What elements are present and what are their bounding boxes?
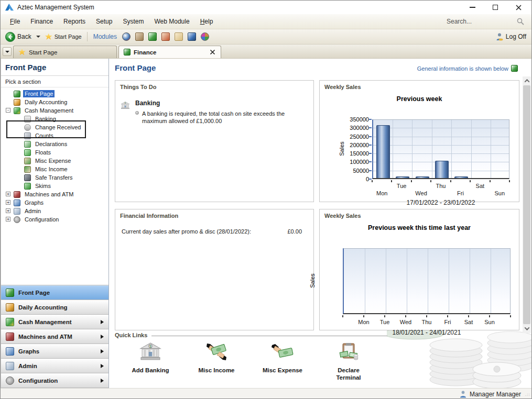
chart-body: Previous week this time last year MonTue… <box>320 221 519 330</box>
nav-button-cash-management[interactable]: Cash Management <box>1 315 108 329</box>
quick-link-misc-expense[interactable]: Misc Expense <box>251 342 314 382</box>
expand-icon[interactable]: + <box>6 200 10 205</box>
gear-icon <box>14 216 20 223</box>
menu-item-web-module[interactable]: Web Module <box>149 15 194 28</box>
tree-item-change-received[interactable]: Change Received <box>1 123 108 131</box>
tree-item-safe-transfers[interactable]: Safe Transfers <box>1 173 108 182</box>
x-tick-label: Wed <box>411 190 432 196</box>
tree-item-daily-accounting[interactable]: Daily Accounting <box>1 98 108 106</box>
x-tick-label: Mon <box>372 190 393 196</box>
nav-button-label: Front Page <box>18 290 50 296</box>
tree-item-graphs[interactable]: +Graphs <box>1 198 108 207</box>
menu-item-finance[interactable]: Finance <box>25 15 58 28</box>
close-icon[interactable] <box>515 4 522 10</box>
financial-info-label: Current day sales after promo & disc (28… <box>122 228 251 235</box>
panel-header: Things To Do <box>115 81 313 91</box>
admin-icon <box>14 208 20 215</box>
scroll-down-icon[interactable] <box>523 324 531 333</box>
money-in-hands-icon <box>205 342 228 362</box>
tab-start-page[interactable]: Start Page <box>13 46 117 58</box>
logoff-button[interactable]: Log Off <box>496 33 528 41</box>
tab-close-icon[interactable] <box>210 49 216 56</box>
tree-item-misc-expense[interactable]: Misc Expense <box>1 157 108 165</box>
toolbar-button-reports-icon[interactable] <box>160 31 171 42</box>
tree-item-counts[interactable]: Counts <box>1 131 108 140</box>
tree-item-misc-income[interactable]: Misc Income <box>1 165 108 173</box>
expand-icon[interactable]: + <box>6 192 10 196</box>
tree-item-label: Configuration <box>23 216 60 223</box>
gear-icon <box>6 376 14 385</box>
quick-link-add-banking[interactable]: $Add Banking <box>119 342 182 382</box>
toolbar-button-scroll-icon[interactable] <box>173 31 184 42</box>
tree-item-banking[interactable]: Banking <box>1 115 108 123</box>
tree-item-machines-and-atm[interactable]: +Machines and ATM <box>1 190 108 198</box>
back-dropdown-icon[interactable] <box>36 36 40 38</box>
nav-button-daily-accounting[interactable]: Daily Accounting <box>1 300 108 315</box>
y-tick-label: 250000 <box>342 134 369 140</box>
reports-icon <box>161 32 170 41</box>
tree-item-declarations[interactable]: Declarations <box>1 140 108 148</box>
toolbar-button-palette-icon[interactable] <box>199 31 211 42</box>
nav-button-admin[interactable]: Admin <box>1 359 108 373</box>
gridline <box>449 249 449 313</box>
nav-button-machines-and-atm[interactable]: Machines and ATM <box>1 329 108 344</box>
resize-grip[interactable]: .:: <box>525 392 530 397</box>
todo-item-banking[interactable]: $ Banking A banking is required, the tot… <box>115 91 313 125</box>
nav-button-configuration[interactable]: Configuration <box>1 373 108 388</box>
expand-icon[interactable]: + <box>6 208 10 213</box>
vertical-scrollbar[interactable] <box>523 76 531 333</box>
nav-button-graphs[interactable]: Graphs <box>1 344 108 359</box>
back-button[interactable]: Back <box>4 32 33 42</box>
package-icon <box>135 32 144 41</box>
tree-item-admin[interactable]: +Admin <box>1 207 108 215</box>
expand-icon[interactable]: + <box>6 217 10 221</box>
nav-button-label: Admin <box>18 363 37 369</box>
tree-item-skims[interactable]: Skims <box>1 182 108 190</box>
tree-item-floats[interactable]: Floats <box>1 148 108 157</box>
menu-item-setup[interactable]: Setup <box>91 15 117 28</box>
x-tick-label: Fri <box>450 190 471 196</box>
logoff-label: Log Off <box>506 33 526 40</box>
panel-header: Financial Information <box>115 209 313 220</box>
toolbar-button-package-icon[interactable] <box>134 31 145 42</box>
tab-list-dropdown-icon[interactable] <box>3 47 12 56</box>
tree-item-front-page[interactable]: Front Page <box>1 90 108 98</box>
tree-item-label: Declarations <box>34 140 69 148</box>
start-page-button[interactable]: Start Page <box>44 34 83 40</box>
x-tick-label: Thu <box>430 183 451 189</box>
tab-finance[interactable]: Finance <box>118 46 221 58</box>
cash-register-icon <box>6 289 14 297</box>
tab-label: Start Page <box>29 49 57 56</box>
toolbar-button-users-icon[interactable] <box>186 31 198 42</box>
collapse-icon[interactable]: - <box>6 108 10 113</box>
menu-item-help[interactable]: Help <box>195 15 219 28</box>
bar-tue <box>396 176 409 178</box>
minimize-icon[interactable] <box>469 4 476 10</box>
quick-link-declare-terminal[interactable]: Declare Terminal <box>317 342 380 382</box>
modules-label[interactable]: Modules <box>91 33 119 40</box>
cash-register-icon <box>124 49 131 56</box>
money-icon <box>24 183 31 190</box>
financial-info-value: £0.00 <box>287 228 302 235</box>
chevron-right-icon <box>101 349 104 353</box>
tree-item-cash-management[interactable]: -Cash Management <box>1 106 108 115</box>
tree-item-label: Machines and ATM <box>23 191 75 198</box>
menu-item-system[interactable]: System <box>117 15 149 28</box>
x-tick-label: Wed <box>395 319 416 325</box>
nav-button-front-page[interactable]: Front Page <box>1 285 108 300</box>
chart-plot-area <box>343 248 511 314</box>
menu-item-file[interactable]: File <box>5 15 25 28</box>
toolbar-button-gauge-icon[interactable] <box>121 31 132 42</box>
tree-item-configuration[interactable]: +Configuration <box>1 215 108 224</box>
search-input[interactable]: Search... <box>443 16 527 27</box>
gridline <box>470 249 470 313</box>
graph-icon <box>14 199 20 206</box>
scrollbar-thumb[interactable] <box>523 85 530 324</box>
toolbar-button-cash-register-icon[interactable] <box>147 31 158 42</box>
menu-item-reports[interactable]: Reports <box>58 15 91 28</box>
scroll-up-icon[interactable] <box>523 76 531 85</box>
quick-link-misc-income[interactable]: Misc Income <box>185 342 248 382</box>
gridline <box>393 120 393 178</box>
maximize-icon[interactable] <box>492 4 499 10</box>
y-tick-mark <box>369 170 372 171</box>
